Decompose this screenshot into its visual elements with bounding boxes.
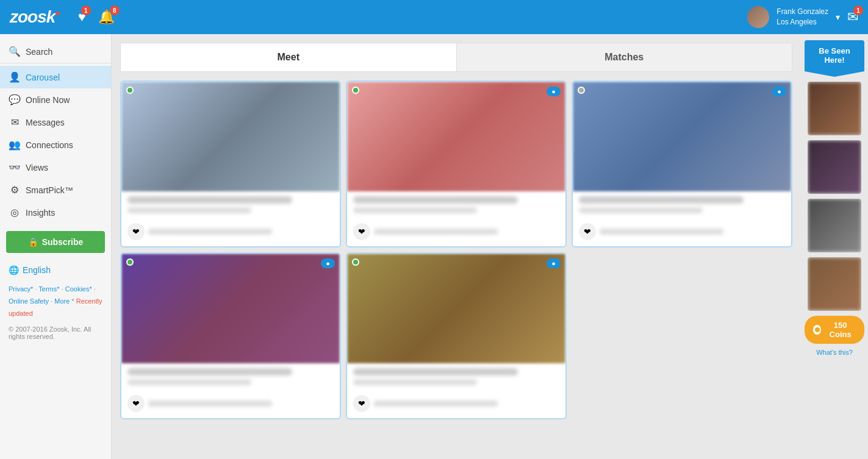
notifications-badge: 8 bbox=[110, 5, 120, 15]
online-now-icon: 💬 bbox=[9, 94, 21, 105]
action-text-blurred bbox=[148, 229, 272, 235]
sidebar-item-insights[interactable]: ◎ Insights bbox=[0, 201, 111, 224]
action-text-blurred bbox=[148, 400, 272, 407]
sidebar-item-carousel[interactable]: 👤 Carousel bbox=[0, 66, 111, 88]
header-user-area: Frank Gonzalez Los Angeles ▾ ✉ 1 bbox=[747, 6, 858, 28]
avatar bbox=[747, 6, 769, 28]
like-action[interactable]: ❤ bbox=[127, 395, 145, 412]
like-action[interactable]: ❤ bbox=[353, 223, 370, 240]
notifications-icon-btn[interactable]: 🔔 8 bbox=[98, 9, 115, 25]
online-indicator bbox=[126, 87, 134, 94]
action-text-blurred bbox=[374, 229, 498, 235]
sidebar-label-insights: Insights bbox=[26, 208, 55, 218]
profile-card[interactable]: ● ❤ bbox=[572, 80, 792, 247]
sidebar: 🔍 Search 👤 Carousel 💬 Online Now ✉ Messa… bbox=[0, 34, 112, 459]
card-actions: ❤ bbox=[573, 218, 791, 246]
like-action[interactable]: ❤ bbox=[127, 223, 145, 240]
cookies-link[interactable]: Cookies* bbox=[65, 285, 92, 293]
featured-profile-1[interactable] bbox=[808, 82, 861, 135]
privacy-link[interactable]: Privacy* bbox=[9, 285, 33, 293]
sidebar-item-connections[interactable]: 👥 Connections bbox=[0, 133, 111, 156]
tab-matches[interactable]: Matches bbox=[457, 43, 792, 71]
carousel-icon: 👤 bbox=[9, 71, 21, 83]
lock-icon: 🔒 bbox=[28, 237, 38, 247]
right-sidebar: Be Seen Here! 150 Coins What's this? bbox=[801, 34, 868, 459]
action-text-blurred bbox=[600, 229, 723, 235]
search-icon: 🔍 bbox=[9, 46, 21, 57]
like-action[interactable]: ❤ bbox=[579, 223, 596, 240]
sidebar-item-online-now[interactable]: 💬 Online Now bbox=[0, 88, 111, 111]
terms-link[interactable]: Terms* bbox=[38, 285, 59, 293]
messages-nav-icon: ✉ bbox=[9, 116, 21, 128]
user-dropdown-arrow[interactable]: ▾ bbox=[836, 12, 840, 22]
featured-photo-2 bbox=[808, 140, 861, 194]
sidebar-label-search: Search bbox=[26, 47, 52, 57]
action-badge: ● bbox=[547, 87, 561, 96]
subscribe-button[interactable]: 🔒 Subscribe bbox=[6, 231, 105, 253]
profile-card[interactable]: ● ❤ bbox=[346, 252, 567, 419]
online-safety-link[interactable]: Online Safety bbox=[9, 297, 49, 305]
featured-photo-3 bbox=[808, 199, 861, 252]
main-layout: 🔍 Search 👤 Carousel 💬 Online Now ✉ Messa… bbox=[0, 34, 868, 459]
coin-icon bbox=[813, 325, 821, 335]
profile-photo bbox=[573, 82, 791, 191]
card-info bbox=[121, 363, 340, 390]
tab-meet[interactable]: Meet bbox=[121, 43, 457, 71]
card-actions: ❤ bbox=[347, 218, 565, 246]
messages-icon-btn[interactable]: ✉ 1 bbox=[847, 9, 858, 25]
online-indicator bbox=[352, 258, 359, 266]
profile-detail-blurred bbox=[579, 207, 703, 213]
user-location: Los Angeles bbox=[777, 17, 828, 27]
card-info bbox=[347, 191, 565, 218]
be-seen-banner[interactable]: Be Seen Here! bbox=[805, 40, 864, 77]
profile-detail-blurred bbox=[353, 207, 477, 213]
profile-card[interactable]: ● ❤ bbox=[346, 80, 567, 247]
sidebar-label-views: Views bbox=[26, 163, 48, 173]
featured-photo-4 bbox=[808, 257, 861, 311]
sidebar-label-smartpick: SmartPick™ bbox=[26, 185, 73, 195]
action-badge: ● bbox=[321, 258, 335, 268]
card-info bbox=[121, 191, 340, 218]
profile-photo bbox=[347, 254, 565, 363]
card-info bbox=[347, 363, 565, 390]
profile-name-blurred bbox=[127, 368, 292, 375]
profile-name-blurred bbox=[579, 196, 744, 204]
be-seen-line1: Be Seen bbox=[809, 46, 859, 55]
language-label: English bbox=[23, 265, 51, 275]
coins-button[interactable]: 150 Coins bbox=[805, 316, 864, 344]
profile-detail-blurred bbox=[353, 379, 477, 385]
meet-matches-tabs: Meet Matches bbox=[120, 43, 792, 72]
online-indicator bbox=[126, 258, 134, 266]
action-text-blurred bbox=[374, 400, 498, 407]
language-selector[interactable]: 🌐 English bbox=[0, 260, 111, 280]
globe-icon: 🌐 bbox=[9, 265, 19, 275]
header-nav-icons: ♥ 1 🔔 8 bbox=[78, 9, 748, 25]
smartpick-icon: ⚙ bbox=[9, 184, 21, 196]
profile-detail-blurred bbox=[127, 207, 251, 213]
sidebar-item-search[interactable]: 🔍 Search bbox=[0, 40, 111, 63]
action-badge: ● bbox=[547, 258, 561, 268]
sidebar-label-connections: Connections bbox=[26, 140, 73, 150]
logo[interactable]: zoosk♥ bbox=[10, 7, 60, 27]
featured-profile-3[interactable] bbox=[808, 199, 861, 252]
like-action[interactable]: ❤ bbox=[353, 395, 370, 412]
online-indicator bbox=[578, 87, 585, 94]
featured-profile-2[interactable] bbox=[808, 140, 861, 194]
profile-photo bbox=[347, 82, 565, 191]
card-actions: ❤ bbox=[347, 390, 565, 418]
profile-card[interactable]: ● ❤ bbox=[120, 252, 341, 419]
more-link[interactable]: More bbox=[54, 297, 70, 305]
sidebar-item-smartpick[interactable]: ⚙ SmartPick™ bbox=[0, 179, 111, 201]
online-indicator bbox=[352, 87, 359, 94]
likes-icon-btn[interactable]: ♥ 1 bbox=[78, 9, 86, 25]
profile-card[interactable]: ❤ bbox=[120, 80, 341, 247]
sidebar-item-messages[interactable]: ✉ Messages bbox=[0, 111, 111, 133]
profile-name-blurred bbox=[353, 368, 518, 375]
messages-badge: 1 bbox=[853, 5, 863, 15]
app-header: zoosk♥ ♥ 1 🔔 8 Frank Gonzalez Los Angele… bbox=[0, 0, 868, 34]
whats-this-link[interactable]: What's this? bbox=[816, 349, 853, 356]
sidebar-item-views[interactable]: 👓 Views bbox=[0, 156, 111, 179]
featured-profile-4[interactable] bbox=[808, 257, 861, 311]
likes-badge: 1 bbox=[81, 5, 91, 15]
views-icon: 👓 bbox=[9, 162, 21, 173]
